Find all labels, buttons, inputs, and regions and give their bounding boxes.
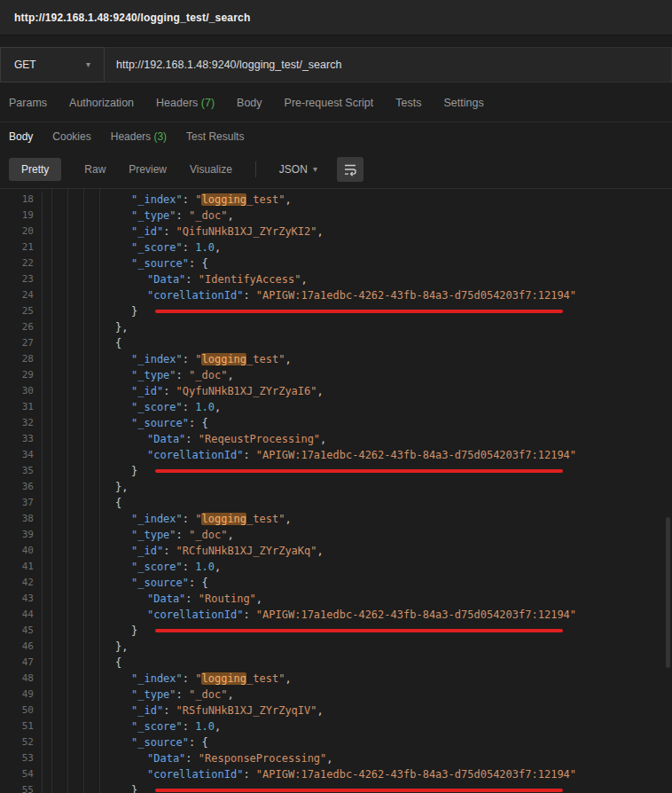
code-token: , xyxy=(285,193,291,206)
line-number: 35 xyxy=(0,463,43,479)
code-token: : xyxy=(183,401,195,413)
tab-label: Tests xyxy=(395,97,421,109)
code-token: : xyxy=(183,672,195,685)
code-token: "_score" xyxy=(131,561,183,573)
code-token: "corellationId" xyxy=(147,768,243,781)
title-bar: http://192.168.1.48:9240/logging_test/_s… xyxy=(0,0,672,35)
url-input[interactable] xyxy=(105,47,672,82)
line-number: 22 xyxy=(0,255,43,271)
code-line-content: "_id": "QifuNHkB1XJ_ZYrZyKI2", xyxy=(43,224,324,239)
response-tab-cookies[interactable]: Cookies xyxy=(52,130,90,143)
line-number: 26 xyxy=(0,319,43,335)
page-title: http://192.168.1.48:9240/logging_test/_s… xyxy=(14,12,250,24)
response-tab-body[interactable]: Body xyxy=(9,130,33,143)
red-underline-annotation xyxy=(155,789,563,792)
code-line: 44"corellationId": "APIGW:17a1edbc-4262-… xyxy=(0,607,672,623)
code-token: } xyxy=(131,305,137,318)
code-line: 28"_index": "logging_test", xyxy=(0,351,672,367)
code-line: 43"Data": "Routing", xyxy=(0,591,672,607)
tab-label: Pre-request Script xyxy=(285,97,374,109)
request-tab-settings[interactable]: Settings xyxy=(443,97,483,109)
code-token: "_type" xyxy=(131,529,176,541)
code-line: 22"_source": { xyxy=(0,255,672,271)
code-token: : xyxy=(243,608,255,621)
code-token: : xyxy=(183,513,195,525)
code-line: 20"_id": "QifuNHkB1XJ_ZYrZyKI2", xyxy=(0,224,672,239)
code-line: 30"_id": "QyfuNHkB1XJ_ZYrZyaI6", xyxy=(0,383,672,399)
code-line-content: { xyxy=(43,495,121,511)
request-tab-params[interactable]: Params xyxy=(9,97,47,109)
code-token: "ResponseProcessing" xyxy=(199,752,327,765)
code-token: "Data" xyxy=(147,593,185,605)
line-number: 55 xyxy=(0,782,43,793)
line-number: 18 xyxy=(0,192,43,208)
code-token: } xyxy=(131,784,137,793)
code-token: , xyxy=(227,209,233,222)
tab-label: Body xyxy=(9,130,33,143)
code-line: 24"corellationId": "APIGW:17a1edbc-4262-… xyxy=(0,287,672,303)
code-token: , xyxy=(227,688,233,701)
code-token: , xyxy=(317,225,324,238)
code-token: : xyxy=(163,704,176,717)
code-line-content: "_score": 1.0, xyxy=(43,399,221,415)
code-line: 27{ xyxy=(0,335,672,351)
tab-label: Settings xyxy=(443,97,483,109)
line-number: 44 xyxy=(0,607,43,623)
response-tab-test-results[interactable]: Test Results xyxy=(186,130,244,143)
code-token: "corellationId" xyxy=(147,289,243,302)
line-number: 49 xyxy=(0,687,43,703)
tab-label: Authorization xyxy=(69,97,134,109)
red-underline-annotation xyxy=(155,629,563,632)
view-tab-pretty[interactable]: Pretty xyxy=(9,158,61,181)
tab-label: Test Results xyxy=(186,130,244,143)
code-token: } xyxy=(131,624,137,637)
code-line: 37{ xyxy=(0,495,672,511)
format-select[interactable]: JSON ▾ xyxy=(279,163,317,176)
code-line-content: } xyxy=(43,623,137,639)
code-token: "_source" xyxy=(131,417,189,429)
scrollbar-thumb[interactable] xyxy=(666,517,670,668)
view-tab-preview[interactable]: Preview xyxy=(129,163,167,176)
code-token: "APIGW:17a1edbc-4262-43fb-84a3-d75d05420… xyxy=(256,449,576,461)
line-number: 53 xyxy=(0,750,43,766)
tab-label: Headers xyxy=(156,97,198,109)
code-token: "_index" xyxy=(131,672,183,685)
code-token: "APIGW:17a1edbc-4262-43fb-84a3-d75d05420… xyxy=(256,608,576,621)
wrap-lines-button[interactable] xyxy=(337,157,363,182)
line-number: 32 xyxy=(0,415,43,431)
request-tab-pre-request-script[interactable]: Pre-request Script xyxy=(285,97,374,109)
response-tab-headers[interactable]: Headers (3) xyxy=(111,130,167,143)
code-token: : xyxy=(176,369,189,381)
request-tab-headers[interactable]: Headers (7) xyxy=(156,97,215,109)
code-token: { xyxy=(115,656,121,669)
method-select[interactable]: GET ▾ xyxy=(0,47,105,82)
response-toolbar: PrettyRawPreviewVisualize JSON ▾ xyxy=(0,151,672,189)
divider xyxy=(255,161,256,177)
code-line: 42"_source": { xyxy=(0,575,672,591)
code-token: "Routing" xyxy=(199,593,256,605)
code-line-content: "_index": "logging_test", xyxy=(43,511,292,527)
code-line-content: "corellationId": "APIGW:17a1edbc-4262-43… xyxy=(43,766,576,782)
code-line: 45} xyxy=(0,623,672,639)
code-line: 50"_id": "RSfuNHkB1XJ_ZYrZyqIV", xyxy=(0,703,672,718)
code-line-content: "_index": "logging_test", xyxy=(43,671,292,687)
code-token: , xyxy=(215,561,221,573)
code-token: "RSfuNHkB1XJ_ZYrZyqIV" xyxy=(176,704,317,717)
code-token: : xyxy=(243,449,255,461)
request-tab-body[interactable]: Body xyxy=(237,97,262,109)
view-tab-visualize[interactable]: Visualize xyxy=(190,163,232,176)
view-tab-raw[interactable]: Raw xyxy=(84,163,105,176)
code-token: , xyxy=(215,241,221,254)
code-lines: 18"_index": "logging_test",19"_type": "_… xyxy=(0,189,672,793)
code-token: 1.0 xyxy=(195,241,215,254)
code-token: "_source" xyxy=(131,257,189,270)
code-token: "_source" xyxy=(131,577,189,589)
code-token: "Data" xyxy=(147,752,185,765)
code-token: "APIGW:17a1edbc-4262-43fb-84a3-d75d05420… xyxy=(256,289,576,302)
request-tab-authorization[interactable]: Authorization xyxy=(69,97,134,109)
code-area[interactable]: 18"_index": "logging_test",19"_type": "_… xyxy=(0,189,672,793)
line-number: 28 xyxy=(0,351,43,367)
code-line: 19"_type": "_doc", xyxy=(0,208,672,224)
request-tab-tests[interactable]: Tests xyxy=(395,97,421,109)
line-number: 19 xyxy=(0,208,43,224)
